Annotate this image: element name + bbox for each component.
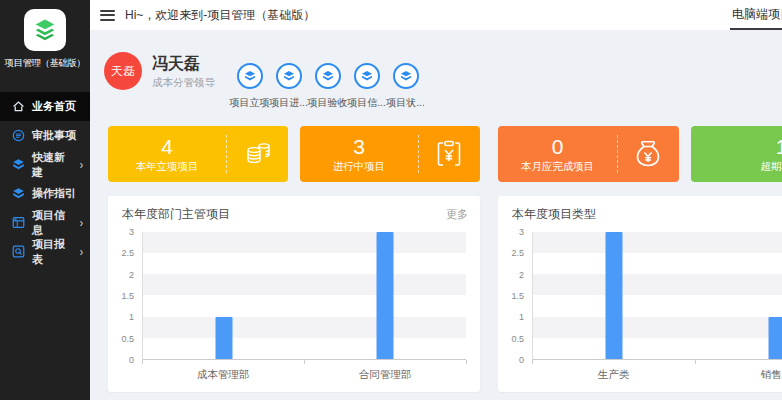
stat-card-value: 0 [552, 135, 564, 158]
stat-card-label: 进行中项目 [333, 160, 386, 174]
x-axis-category-label: 成本管理部 [197, 368, 250, 382]
chart-plot-area [142, 232, 466, 360]
quick-action-label: 项目验收 [308, 96, 348, 110]
y-axis-tick-label: 2 [129, 270, 134, 280]
more-link[interactable]: 更多 [446, 207, 468, 222]
sidebar-item-label: 审批事项 [32, 128, 76, 143]
cube-circle-icon [354, 63, 380, 89]
cube-circle-icon [237, 63, 263, 89]
grid-icon [12, 216, 25, 229]
stat-card-label: 本年立项项目 [136, 160, 199, 174]
stat-card-label: 本月应完成项目 [521, 160, 595, 174]
stat-card-value: 1 [776, 135, 782, 158]
top-header: Hi~，欢迎来到-项目管理（基础版） 电脑端项目管理 [90, 0, 782, 30]
x-axis-category-label: 生产类 [598, 368, 630, 382]
main-content: 天磊 冯天磊 成本分管领导 项目立项项目进...项目验收项目信...项目状...… [90, 30, 782, 400]
y-axis-tick-label: 3 [519, 227, 524, 237]
sidebar-item-label: 操作指引 [32, 186, 76, 201]
stat-cards-left: 4本年立项项目3进行中项目 [108, 126, 480, 182]
chart-plot-area [532, 232, 782, 360]
y-axis-tick-label: 3 [129, 227, 134, 237]
welcome-text: Hi~，欢迎来到-项目管理（基础版） [125, 7, 315, 24]
sidebar-item-label: 快速新建 [32, 150, 73, 180]
quick-action-label: 项目信... [347, 96, 385, 110]
quick-action-3[interactable]: 项目信... [347, 63, 386, 110]
chevron-right-icon: › [80, 244, 83, 258]
chevron-right-icon: › [80, 215, 83, 229]
sidebar: 项目管理（基础版） 业务首页审批事项快速新建›操作指引项目信息›项目报表› [0, 0, 90, 400]
y-axis-tick-label: 1.5 [511, 291, 524, 301]
stat-cards-right: 0本月应完成项目1超期项目 [498, 126, 782, 182]
quick-action-label: 项目立项 [230, 96, 270, 110]
cube-circle-icon [315, 63, 341, 89]
y-axis-tick-label: 2.5 [511, 248, 524, 258]
quick-action-label: 项目进... [269, 96, 307, 110]
quick-action-2[interactable]: 项目验收 [308, 63, 347, 110]
panel-project-types: 本年度项目类型 00.511.522.53生产类销售类 [498, 196, 782, 392]
layers-logo-icon [31, 16, 59, 44]
quick-action-label: 项目状... [386, 96, 424, 110]
panel-title: 本年度项目类型 [512, 206, 596, 223]
stat-card-2[interactable]: 0本月应完成项目 [498, 126, 679, 182]
bar-合同管理部 [377, 232, 394, 359]
stat-card-0[interactable]: 4本年立项项目 [108, 126, 288, 182]
y-axis-tick-label: 1 [519, 312, 524, 322]
sidebar-item-1[interactable]: 审批事项 [0, 121, 90, 150]
sidebar-item-3[interactable]: 操作指引 [0, 179, 90, 208]
quick-action-1[interactable]: 项目进... [269, 63, 308, 110]
cube-circle-icon [276, 63, 302, 89]
y-axis-tick-label: 1.5 [121, 291, 134, 301]
user-role: 成本分管领导 [152, 76, 215, 90]
y-axis-tick-label: 1 [129, 312, 134, 322]
sidebar-item-2[interactable]: 快速新建› [0, 150, 90, 179]
y-axis-tick-label: 2.5 [121, 248, 134, 258]
sidebar-item-0[interactable]: 业务首页 [0, 92, 90, 121]
sidebar-menu: 业务首页审批事项快速新建›操作指引项目信息›项目报表› [0, 92, 90, 266]
user-avatar: 天磊 [104, 52, 142, 90]
app-root: 项目管理（基础版） 业务首页审批事项快速新建›操作指引项目信息›项目报表› Hi… [0, 0, 782, 400]
y-axis-tick-label: 0.5 [121, 334, 134, 344]
y-axis-tick-label: 0 [519, 355, 524, 365]
stat-card-1[interactable]: 3进行中项目 [300, 126, 480, 182]
cube-circle-icon [393, 63, 419, 89]
report-icon [12, 245, 25, 258]
stat-card-3[interactable]: 1超期项目 [691, 126, 782, 182]
sidebar-item-5[interactable]: 项目报表› [0, 237, 90, 266]
moneybag-icon [617, 126, 679, 182]
x-axis-category-label: 销售类 [761, 368, 782, 382]
bar-chart-departments: 00.511.522.53成本管理部合同管理部 [112, 224, 474, 386]
quick-actions: 项目立项项目进...项目验收项目信...项目状... [230, 63, 425, 110]
cube-icon [12, 187, 25, 200]
stat-card-value: 3 [353, 135, 365, 158]
bar-chart-project-types: 00.511.522.53生产类销售类 [502, 224, 782, 386]
right-column: 0本月应完成项目1超期项目 本年度项目类型 00.511.522.53生产类销售… [498, 126, 782, 392]
cube-icon [12, 158, 25, 171]
bar-成本管理部 [215, 317, 232, 359]
sidebar-item-label: 项目信息 [32, 208, 73, 238]
user-name: 冯天磊 [152, 54, 200, 75]
tab-pc-project-management[interactable]: 电脑端项目管理 [730, 0, 782, 30]
y-axis-tick-label: 0.5 [511, 334, 524, 344]
app-logo-icon [24, 9, 66, 51]
app-title: 项目管理（基础版） [0, 57, 90, 70]
coins-icon [226, 126, 288, 182]
bar-生产类 [606, 232, 623, 359]
bill-icon [418, 126, 480, 182]
quick-action-0[interactable]: 项目立项 [230, 63, 269, 110]
panel-department-projects: 本年度部门主管项目 更多 00.511.522.53成本管理部合同管理部 [108, 196, 480, 392]
approval-icon [12, 129, 25, 142]
sidebar-item-4[interactable]: 项目信息› [0, 208, 90, 237]
stat-card-label: 超期项目 [761, 160, 782, 174]
home-icon [12, 100, 25, 113]
left-column: 4本年立项项目3进行中项目 本年度部门主管项目 更多 00.511.522.53… [108, 126, 480, 392]
sidebar-item-label: 项目报表 [32, 237, 73, 267]
quick-action-4[interactable]: 项目状... [386, 63, 425, 110]
y-axis-tick-label: 0 [129, 355, 134, 365]
hamburger-menu-icon[interactable] [100, 10, 115, 21]
x-axis-category-label: 合同管理部 [359, 368, 412, 382]
bar-销售类 [768, 317, 782, 359]
chevron-right-icon: › [80, 157, 83, 171]
panel-title: 本年度部门主管项目 [122, 206, 230, 223]
stat-card-value: 4 [161, 135, 173, 158]
sidebar-item-label: 业务首页 [32, 99, 76, 114]
